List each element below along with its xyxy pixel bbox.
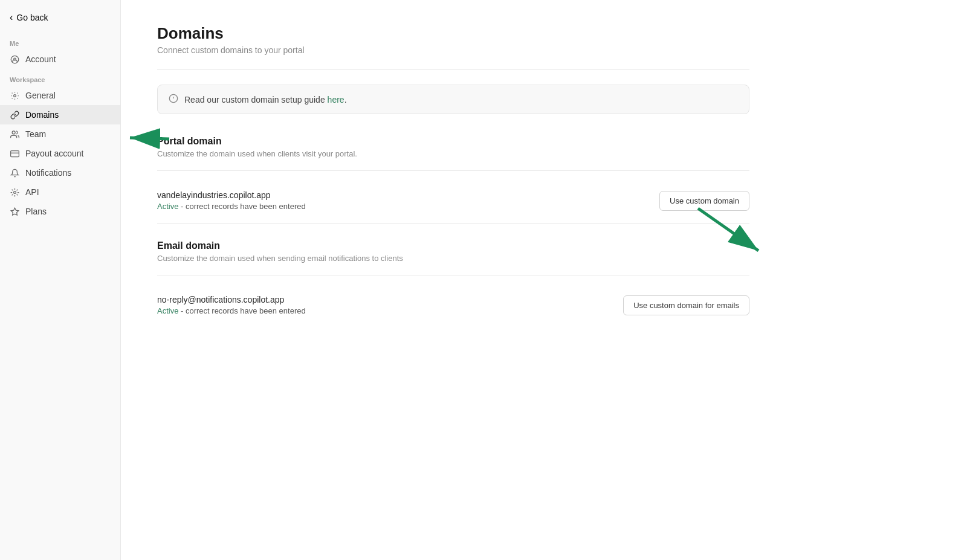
info-banner-text: Read our custom domain setup guide here. (184, 95, 347, 105)
portal-domain-name: vandelayindustries.copilot.app (157, 190, 306, 200)
info-text-before: Read our custom domain setup guide (184, 95, 328, 105)
info-icon (169, 94, 178, 105)
bell-icon (10, 168, 19, 178)
sidebar: ‹ Go back Me Account Workspace General D… (0, 0, 121, 560)
svg-marker-6 (11, 208, 19, 215)
go-back-button[interactable]: ‹ Go back (0, 0, 120, 33)
top-divider (157, 69, 749, 70)
credit-card-icon (10, 149, 19, 158)
info-banner: Read our custom domain setup guide here. (157, 85, 749, 114)
sidebar-item-api[interactable]: API (0, 182, 120, 202)
portal-domain-title: Portal domain (157, 136, 749, 147)
sidebar-item-domains[interactable]: Domains (0, 105, 120, 124)
svg-point-1 (13, 94, 16, 97)
sidebar-item-payout-account[interactable]: Payout account (0, 144, 120, 163)
svg-point-5 (13, 191, 16, 193)
page-title: Domains (157, 24, 749, 43)
sidebar-team-label: Team (25, 129, 46, 139)
page-subtitle: Connect custom domains to your portal (157, 45, 749, 55)
email-domain-desc: Customize the domain used when sending e… (157, 254, 749, 263)
email-domain-status: Active - correct records have been enter… (157, 306, 306, 315)
svg-point-0 (11, 56, 19, 63)
use-custom-domain-emails-button[interactable]: Use custom domain for emails (623, 295, 749, 315)
portal-domain-status: Active - correct records have been enter… (157, 202, 306, 211)
go-back-label: Go back (16, 13, 48, 22)
sidebar-notifications-label: Notifications (25, 168, 71, 178)
sidebar-item-team[interactable]: Team (0, 124, 120, 144)
email-domain-title: Email domain (157, 240, 749, 251)
svg-rect-3 (10, 150, 19, 156)
settings-icon (10, 91, 19, 100)
info-banner-link[interactable]: here (328, 95, 344, 105)
sidebar-plans-label: Plans (25, 207, 47, 216)
portal-domain-desc: Customize the domain used when clients v… (157, 149, 749, 158)
sidebar-payout-label: Payout account (25, 149, 84, 158)
sidebar-item-notifications[interactable]: Notifications (0, 163, 120, 182)
users-icon (10, 129, 19, 139)
portal-domain-info: vandelayindustries.copilot.app Active - … (157, 190, 306, 211)
sidebar-general-label: General (25, 91, 56, 100)
sidebar-api-label: API (25, 187, 39, 197)
sidebar-account-label: Account (25, 54, 56, 64)
email-status-suffix: - correct records have been entered (181, 306, 306, 315)
svg-point-2 (12, 130, 15, 134)
tag-icon (10, 207, 19, 216)
link-icon (10, 110, 19, 120)
email-status-active: Active (157, 306, 178, 315)
back-arrow-icon: ‹ (10, 12, 13, 23)
api-icon (10, 187, 19, 197)
portal-status-suffix: - correct records have been entered (181, 202, 306, 211)
email-domain-row: no-reply@notifications.copilot.app Activ… (157, 288, 749, 323)
info-text-after: . (344, 95, 347, 105)
portal-domain-divider (157, 170, 749, 171)
user-circle-icon (10, 54, 19, 64)
email-domain-section: Email domain Customize the domain used w… (157, 240, 749, 323)
sidebar-item-general[interactable]: General (0, 86, 120, 105)
workspace-section-label: Workspace (0, 69, 120, 86)
email-domain-info: no-reply@notifications.copilot.app Activ… (157, 295, 306, 315)
portal-domain-section: Portal domain Customize the domain used … (157, 136, 749, 218)
portal-domain-row: vandelayindustries.copilot.app Active - … (157, 183, 749, 218)
sidebar-item-plans[interactable]: Plans (0, 202, 120, 221)
email-domain-name: no-reply@notifications.copilot.app (157, 295, 306, 304)
portal-status-active: Active (157, 202, 178, 211)
mid-divider (157, 223, 749, 224)
email-domain-divider (157, 275, 749, 275)
me-section-label: Me (0, 33, 120, 50)
sidebar-domains-label: Domains (25, 110, 59, 120)
use-custom-domain-button[interactable]: Use custom domain (659, 191, 749, 211)
main-content: Domains Connect custom domains to your p… (121, 0, 967, 560)
sidebar-item-account[interactable]: Account (0, 50, 120, 69)
